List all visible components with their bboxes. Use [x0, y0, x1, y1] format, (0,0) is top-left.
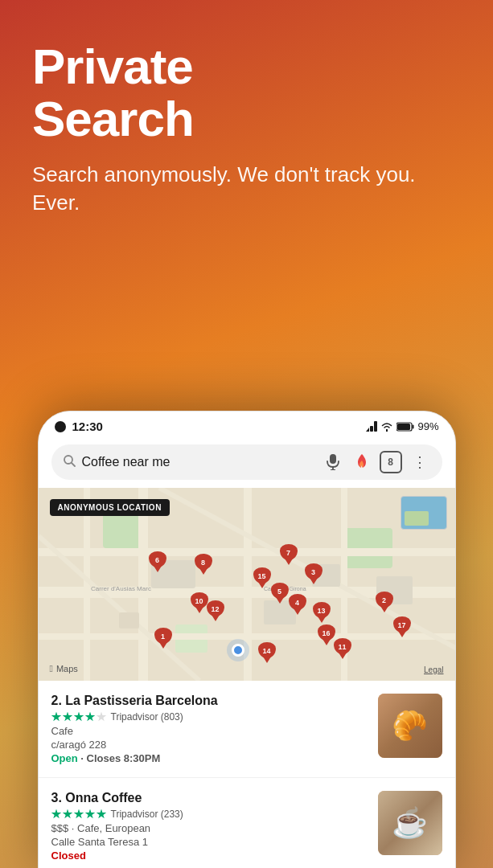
svg-rect-4 — [413, 424, 414, 428]
onna-photo — [378, 791, 442, 855]
star-3 — [74, 712, 84, 723]
map-pin-11[interactable]: 11 — [334, 638, 351, 659]
map-pin-14[interactable]: 14 — [258, 642, 276, 663]
star-o2 — [63, 809, 73, 820]
result-name-pastisseria: 2. La Pastisseria Barcelona — [51, 694, 367, 708]
map-pin-17[interactable]: 17 — [393, 616, 411, 637]
badge-icon[interactable]: 8 — [380, 451, 402, 473]
svg-rect-2 — [374, 421, 377, 432]
result-address-pastisseria: c/aragó 228 — [51, 739, 367, 751]
battery-icon — [396, 422, 414, 432]
map-pin-13[interactable]: 13 — [313, 602, 331, 623]
map-pin-8[interactable]: 8 — [195, 554, 212, 575]
map-background: Carrer d'Ausias Marc Carrer de Girona — [39, 488, 455, 681]
battery-percent: 99% — [417, 420, 438, 432]
star-1 — [51, 712, 62, 723]
status-bar: 12:30 99% — [39, 411, 455, 438]
svg-rect-27 — [119, 612, 139, 628]
result-image-pastisseria[interactable] — [378, 694, 442, 758]
user-location-dot — [232, 644, 244, 657]
phone-screen: 12:30 99% — [38, 411, 456, 868]
tripadvisor-text-pastisseria: Tripadvisor (803) — [111, 711, 183, 723]
search-bar-wrapper: Coffee near me 8 — [39, 438, 455, 488]
hero-subtitle: Search anonymously. We don't track you. … — [32, 161, 461, 217]
map-area[interactable]: Carrer d'Ausias Marc Carrer de Girona 1 … — [39, 488, 455, 681]
map-pin-4[interactable]: 4 — [289, 594, 306, 615]
star-o5 — [97, 809, 107, 820]
result-image-onna[interactable] — [378, 791, 442, 855]
stars-pastisseria — [51, 712, 107, 723]
result-status-pastisseria: Open · Closes 8:30PM — [51, 752, 367, 764]
svg-marker-0 — [366, 428, 369, 432]
search-query[interactable]: Coffee near me — [82, 455, 315, 469]
map-thumbnail-land — [405, 511, 429, 526]
result-address-onna: Calle Santa Teresa 1 — [51, 836, 367, 848]
map-pin-1[interactable]: 1 — [154, 628, 172, 649]
svg-text:Carrer d'Ausias Marc: Carrer d'Ausias Marc — [91, 585, 151, 592]
star-4 — [85, 712, 96, 723]
map-pin-6[interactable]: 6 — [149, 551, 166, 572]
search-icon — [63, 454, 76, 470]
result-info-onna: 3. Onna Coffee Tripadvisor (233) — [51, 791, 367, 862]
search-bar[interactable]: Coffee near me 8 — [51, 444, 442, 480]
stars-onna — [51, 809, 107, 820]
star-o4 — [85, 809, 96, 820]
svg-rect-5 — [397, 424, 410, 430]
more-options-icon[interactable]: ⋮ — [409, 451, 431, 473]
map-pin-16[interactable]: 16 — [318, 624, 335, 645]
star-2 — [63, 712, 73, 723]
anonymous-location-badge: ANONYMOUS LOCATION — [50, 499, 170, 516]
map-pin-7[interactable]: 7 — [280, 544, 298, 565]
svg-line-7 — [72, 463, 75, 466]
status-left: 12:30 — [55, 420, 103, 433]
svg-rect-1 — [370, 426, 373, 432]
status-time: 12:30 — [72, 420, 103, 433]
hero-title: PrivateSearch — [32, 40, 461, 145]
svg-rect-8 — [330, 454, 336, 464]
status-right: 99% — [366, 420, 438, 432]
result-item-pastisseria[interactable]: 2. La Pastisseria Barcelona Tripadvisor … — [39, 681, 455, 778]
star-5 — [97, 712, 107, 723]
mic-icon[interactable] — [322, 451, 344, 473]
star-o1 — [51, 809, 62, 820]
apple-maps-text: Maps — [56, 664, 78, 674]
signal-icon — [366, 421, 377, 432]
result-type-onna: $$$ · Cafe, European — [51, 822, 367, 834]
hero-section: PrivateSearch Search anonymously. We don… — [0, 0, 493, 241]
map-pin-3[interactable]: 3 — [305, 563, 323, 584]
apple-maps-logo:  Maps — [50, 663, 78, 674]
results-list: 2. La Pastisseria Barcelona Tripadvisor … — [39, 681, 455, 868]
map-pin-5[interactable]: 5 — [271, 583, 289, 604]
map-thumbnail[interactable] — [401, 496, 447, 530]
fire-icon[interactable] — [351, 451, 373, 473]
result-type-pastisseria: Cafe — [51, 725, 367, 737]
apple-logo-icon:  — [50, 663, 53, 674]
stars-row-onna: Tripadvisor (233) — [51, 809, 367, 820]
tripadvisor-text-onna: Tripadvisor (233) — [111, 809, 183, 820]
camera-dot — [55, 421, 66, 432]
result-item-onna[interactable]: 3. Onna Coffee Tripadvisor (233) — [39, 778, 455, 868]
stars-row-pastisseria: Tripadvisor (803) — [51, 711, 367, 723]
legal-link[interactable]: Legal — [424, 665, 443, 674]
map-pin-2[interactable]: 2 — [376, 592, 393, 612]
result-name-onna: 3. Onna Coffee — [51, 791, 367, 805]
map-pin-12[interactable]: 12 — [207, 600, 224, 621]
phone-mockup: 12:30 99% — [38, 411, 456, 868]
map-pin-15[interactable]: 15 — [253, 567, 271, 588]
map-pin-10[interactable]: 10 — [191, 592, 208, 613]
pastisseria-photo — [378, 694, 442, 758]
result-status-onna: Closed — [51, 850, 367, 862]
result-info-pastisseria: 2. La Pastisseria Barcelona Tripadvisor … — [51, 694, 367, 764]
star-o3 — [74, 809, 84, 820]
wifi-icon — [380, 422, 393, 432]
